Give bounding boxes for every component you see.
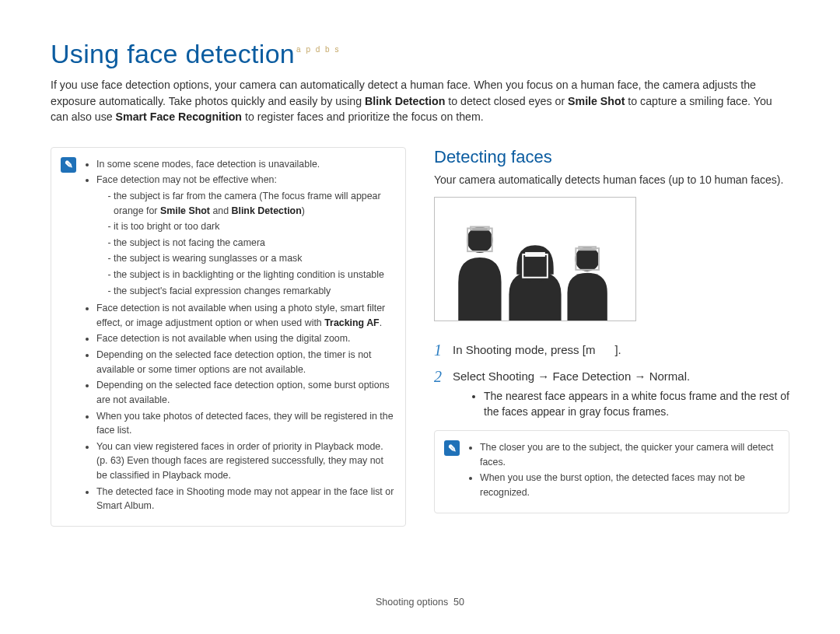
mode-badge: a p d b s <box>296 45 340 54</box>
title-text: Using face detection <box>51 39 295 68</box>
steps-list: 1 In Shooting mode, press [m ]. 2 Select… <box>434 342 789 419</box>
footer-section: Shooting options <box>376 597 448 608</box>
menu-key: m <box>586 343 596 356</box>
note-subitem: the subject is not facing the camera <box>114 236 394 250</box>
note-item: In some scene modes, face detection is u… <box>96 157 394 172</box>
columns: In some scene modes, face detection is u… <box>51 147 789 527</box>
step-note-list: The nearest face appears in a white focu… <box>453 388 789 420</box>
page-title: Using face detectiona p d b s <box>51 39 789 69</box>
footer-page-number: 50 <box>453 597 464 608</box>
note-item: Face detection may not be effective when… <box>96 173 394 187</box>
step-note: The nearest face appears in a white focu… <box>484 388 789 420</box>
note-subitem: the subject is wearing sunglasses or a m… <box>114 251 394 266</box>
page-footer: Shooting options 50 <box>0 597 840 608</box>
step-1: 1 In Shooting mode, press [m ]. <box>434 342 789 359</box>
note-item: When you take photos of detected faces, … <box>96 409 394 438</box>
note-subitem: it is too bright or too dark <box>114 219 394 234</box>
intro-paragraph: If you use face detection options, your … <box>51 77 789 125</box>
tips-list: The closer you are to the subject, the q… <box>469 440 778 499</box>
note-subitem: the subject's facial expression changes … <box>114 284 394 299</box>
svg-point-0 <box>467 227 493 254</box>
left-column: In some scene modes, face detection is u… <box>51 147 406 527</box>
section-lead: Your camera automatically detects human … <box>434 172 789 187</box>
note-subitem: the subject is in backlighting or the li… <box>114 268 394 282</box>
note-item: Depending on the selected face detection… <box>96 348 394 377</box>
note-item: The detected face in Shooting mode may n… <box>96 485 394 513</box>
tip-item: When you use the burst option, the detec… <box>480 471 778 499</box>
note-sublist: the subject is far from the camera (The … <box>96 189 394 298</box>
note-box-tips: The closer you are to the subject, the q… <box>434 430 789 513</box>
note-box-main: In some scene modes, face detection is u… <box>51 147 406 527</box>
note-list: In some scene modes, face detection is u… <box>86 157 394 513</box>
note-icon <box>61 157 76 173</box>
step-2: 2 Select Shooting → Face Detection → Nor… <box>434 368 789 419</box>
note-item: You can view registered faces in order o… <box>96 440 394 483</box>
right-column: Detecting faces Your camera automaticall… <box>434 147 789 527</box>
note-subitem: the subject is far from the camera (The … <box>114 189 394 218</box>
section-heading: Detecting faces <box>434 147 789 167</box>
note-item: Depending on the selected face detection… <box>96 378 394 407</box>
note-icon <box>444 440 460 456</box>
faces-illustration <box>434 197 636 321</box>
page: Using face detectiona p d b s If you use… <box>0 0 840 550</box>
note-item: Face detection is not available when usi… <box>96 331 394 346</box>
step-number: 1 <box>434 339 442 362</box>
note-item: Face detection is not available when usi… <box>96 301 394 330</box>
tip-item: The closer you are to the subject, the q… <box>480 440 778 469</box>
step-number: 2 <box>434 366 442 388</box>
